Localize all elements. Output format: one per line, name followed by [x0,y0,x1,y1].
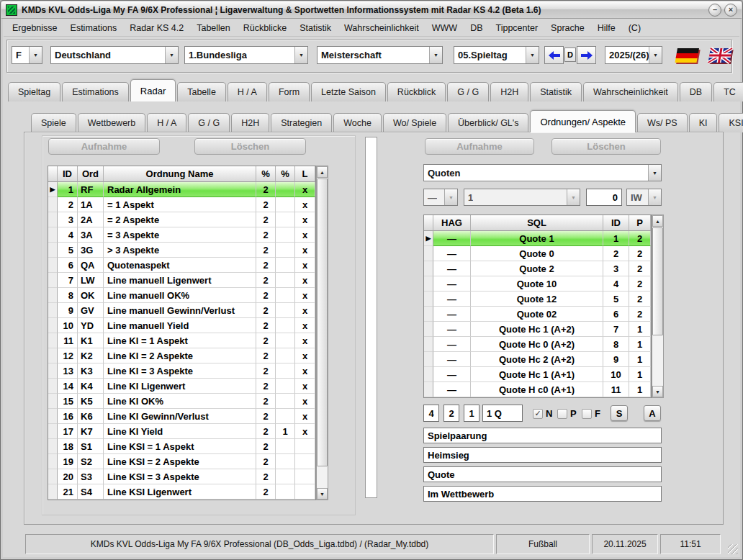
table-row[interactable]: —Quote 1042 [424,276,651,292]
menu-radar-ks-4-2[interactable]: Radar KS 4.2 [124,21,189,35]
table-row[interactable]: —Quote 022 [424,246,651,261]
scroll-down-icon[interactable]: ▼ [652,386,663,397]
tab-h-a[interactable]: H / A [228,82,267,101]
zero-field[interactable]: 0 [586,189,622,206]
tab-letzte-saison[interactable]: Letzte Saison [311,82,386,101]
tab-strategien[interactable]: Strategien [271,113,332,132]
table-row[interactable]: 15K5Line KI OK%2x [48,394,315,409]
tab-radar[interactable]: Radar [130,79,176,101]
uk-flag-icon[interactable] [707,45,734,67]
f-select[interactable]: F ▼ [12,46,42,64]
field-heimsieg[interactable]: Heimsieg [423,447,662,463]
table-row[interactable]: 21S4Line KSI Ligenwert2 [48,484,315,500]
table-row[interactable]: 19S2Line KSI = 2 Aspekte2 [48,454,315,469]
table-row[interactable]: 8OKLine manuell OK%2x [48,288,315,303]
table-row[interactable]: 6QAQuotenaspekt2x [48,258,315,273]
menu-hilfe[interactable]: Hilfe [592,21,621,35]
column-header-sql[interactable]: SQL [471,215,603,231]
competition-select[interactable]: Meisterschaft ▼ [317,46,443,64]
table-row[interactable]: —Quote Hc 1 (A+1)101 [424,367,651,382]
table-row[interactable]: 14K4Line KI Ligenwert2x [48,379,315,394]
checked-icon[interactable]: ✓ [533,409,543,419]
tab-wo-spiele[interactable]: Wo/ Spiele [383,113,446,132]
menu-ergebnisse[interactable]: Ergebnisse [6,21,63,35]
tab-spieltag[interactable]: Spieltag [8,82,60,101]
column-header-name[interactable]: Ordnung Name [104,166,256,182]
column-header-l[interactable]: L [295,166,315,182]
table-row[interactable]: 16K6Line KI Gewinn/Verlust2x [48,409,315,424]
checkbox-p[interactable]: P [557,408,577,419]
unchecked-icon[interactable] [557,409,567,419]
tab-spiele[interactable]: Spiele [31,113,76,132]
unchecked-icon[interactable] [582,409,592,419]
menu-tippcenter[interactable]: Tippcenter [490,21,544,35]
tab-tc[interactable]: TC [713,82,743,101]
tab-wahrscheinlichkeit[interactable]: Wahrscheinlichkeit [583,82,678,101]
table-row[interactable]: 17K7Line KI Yield21x [48,424,315,439]
table-row[interactable]: —Quote Hc 1 (A+2)71 [424,322,651,337]
league-select[interactable]: 1.Bundesliga ▼ [184,46,308,64]
left-aufnahme-button[interactable]: Aufnahme [48,138,160,155]
ordnung-table-scrollbar[interactable]: ▲ ▼ [316,166,328,500]
country-select[interactable]: Deutschland ▼ [50,46,179,64]
table-row[interactable]: 9GVLine manuell Gewinn/Verlust2x [48,303,315,318]
tab-g-g[interactable]: G / G [188,113,230,132]
right-aufnahme-button[interactable]: Aufnahme [425,138,534,155]
d-button[interactable]: D [564,48,576,62]
tab-ki[interactable]: KI [689,113,718,132]
matchday-select[interactable]: 05.Spieltag ▼ [454,46,539,64]
a-button[interactable]: A [644,405,661,421]
tab-tabelle[interactable]: Tabelle [177,82,226,101]
category-select[interactable]: Quoten ▼ [423,164,662,181]
table-row[interactable]: 32A = 2 Aspekte2x [48,212,315,227]
dash-select[interactable]: — ▼ [423,189,458,206]
tab-ksi[interactable]: KSI [719,113,743,132]
scrollbar-thumb[interactable] [317,179,328,466]
field-im-wettbewerb[interactable]: Im Wettbewerb [423,486,662,502]
s-button[interactable]: S [611,405,628,421]
tab-g-g[interactable]: G / G [447,82,489,101]
scroll-down-icon[interactable]: ▼ [317,488,328,500]
table-row[interactable]: 7LWLine manuell Ligenwert2x [48,273,315,288]
column-header-p2[interactable]: % [276,166,295,182]
mini-button-1[interactable]: 1 [464,405,479,422]
tab-estimations[interactable]: Estimations [62,82,129,101]
tab-h-a[interactable]: H / A [147,113,186,132]
right-loeschen-button[interactable]: Löschen [551,138,661,155]
left-loeschen-button[interactable]: Löschen [194,138,306,155]
next-matchday-button[interactable] [577,46,596,64]
menu-r-ckblicke[interactable]: Rückblicke [238,21,292,35]
column-header-sql-id[interactable]: ID [603,215,629,231]
minimize-button[interactable]: – [708,4,721,17]
q-field[interactable]: 1 Q [482,405,523,422]
tab-h2h[interactable]: H2H [490,82,528,101]
column-header-hag[interactable]: HAG [433,215,471,231]
menu-c[interactable]: (C) [623,21,647,35]
tab-r-ckblick[interactable]: Rückblick [387,82,446,101]
table-row[interactable]: 10YDLine manuell Yield2x [48,318,315,333]
resize-grip-icon[interactable] [728,544,738,554]
table-row[interactable]: 11K1Line KI = 1 Aspekt2x [48,333,315,348]
table-row[interactable]: 12K2Line KI = 2 Aspekte2x [48,348,315,363]
table-row[interactable]: 43A = 3 Aspekte2x [48,227,315,243]
prev-matchday-button[interactable] [544,46,564,64]
field-quote[interactable]: Quote [423,466,662,482]
tab-h2h[interactable]: H2H [231,113,269,132]
menu-estimations[interactable]: Estimations [65,21,123,35]
scrollbar-thumb[interactable] [652,227,663,335]
tab-woche[interactable]: Woche [333,113,382,132]
germany-flag-icon[interactable] [674,45,701,67]
menu-tabellen[interactable]: Tabellen [191,21,236,35]
mini-button-2[interactable]: 2 [443,405,459,422]
table-row[interactable]: —Quote 232 [424,261,651,276]
column-header-ord[interactable]: Ord [78,166,104,182]
table-row[interactable]: 18S1Line KSI = 1 Aspekt2 [48,439,315,454]
menu-db[interactable]: DB [464,21,488,35]
tab-form[interactable]: Form [269,82,310,101]
menu-www[interactable]: WWW [426,21,463,35]
menu-statistik[interactable]: Statistik [294,21,337,35]
table-row[interactable]: ▶1RFRadar Allgemein2x [48,182,315,197]
table-row[interactable]: 53G > 3 Aspekte2x [48,243,315,258]
column-header-p1[interactable]: % [256,166,276,182]
sql-table-scrollbar[interactable]: ▲ ▼ [652,214,664,398]
